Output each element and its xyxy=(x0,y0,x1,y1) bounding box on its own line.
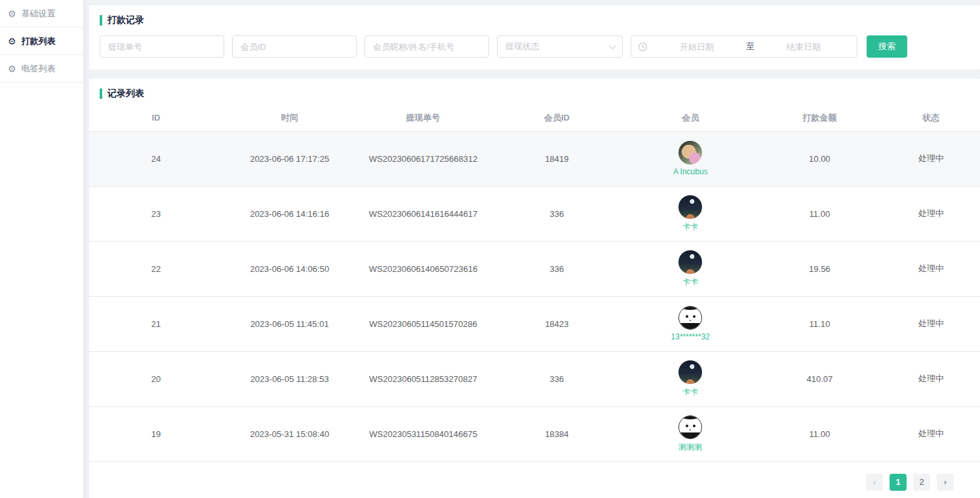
table-row[interactable]: 22 2023-06-06 14:06:50 WS202306061406507… xyxy=(89,241,980,296)
column-header-member: 会员 xyxy=(623,105,757,131)
member-avatar xyxy=(678,360,702,384)
gear-icon: ⚙ xyxy=(8,37,16,46)
cell-amount: 11.00 xyxy=(757,406,882,461)
cell-amount: 19.56 xyxy=(757,241,882,296)
withdraw-status-select[interactable]: 提现状态 xyxy=(497,35,623,58)
prev-page-button[interactable]: ‹ xyxy=(866,474,883,491)
filter-title-text: 打款记录 xyxy=(108,14,144,26)
member-avatar xyxy=(678,415,702,439)
column-header-time: 时间 xyxy=(223,105,357,131)
member-id-input[interactable] xyxy=(232,35,357,58)
status-badge: 处理中 xyxy=(882,406,980,461)
cell-id: 24 xyxy=(89,131,223,186)
cell-id: 21 xyxy=(89,296,223,351)
table-body: 24 2023-06-06 17:17:25 WS202306061717256… xyxy=(89,131,980,461)
section-title-bar xyxy=(100,88,102,99)
cell-member-id: 18384 xyxy=(490,406,624,461)
page-buttons: 12 xyxy=(890,474,930,491)
member-name-link[interactable]: 卡卡 xyxy=(682,387,698,398)
filter-row: 提现状态 至 搜索 xyxy=(100,35,970,58)
search-button[interactable]: 搜索 xyxy=(867,35,907,58)
clock-icon xyxy=(638,42,648,52)
records-title-text: 记录列表 xyxy=(108,88,144,100)
member-name-link[interactable]: 13*******32 xyxy=(671,332,710,341)
cell-member-id: 336 xyxy=(490,241,624,296)
cell-order-no: WS20230606141616444617 xyxy=(357,186,490,241)
cell-time: 2023-06-06 14:16:16 xyxy=(223,186,357,241)
cell-id: 22 xyxy=(89,241,223,296)
table-row[interactable]: 21 2023-06-05 11:45:01 WS202306051145015… xyxy=(89,296,980,351)
date-range-picker[interactable]: 至 xyxy=(631,35,857,58)
table-header: ID 时间 提现单号 会员ID 会员 打款金额 状态 xyxy=(89,105,980,131)
cell-order-no: WS20230606140650723616 xyxy=(357,241,490,296)
sidebar-item-label: 电签列表 xyxy=(22,63,56,75)
sidebar-item-basic-settings[interactable]: ⚙ 基础设置 xyxy=(0,0,83,28)
status-badge: 处理中 xyxy=(882,296,980,351)
end-date-input[interactable] xyxy=(757,42,850,52)
cell-time: 2023-06-06 14:06:50 xyxy=(223,241,357,296)
chevron-down-icon xyxy=(609,42,616,49)
record-list-card: 记录列表 ID 时间 提现单号 会员ID 会员 打款金额 状态 xyxy=(89,79,980,498)
filter-card: 打款记录 提现状态 至 搜索 xyxy=(89,5,980,69)
member-cell: 卡卡 xyxy=(623,241,757,296)
withdraw-order-no-input[interactable] xyxy=(100,35,224,58)
sidebar-item-label: 打款列表 xyxy=(22,35,56,47)
cell-member-id: 18419 xyxy=(490,131,624,186)
table-row[interactable]: 23 2023-06-06 14:16:16 WS202306061416164… xyxy=(89,186,980,241)
status-badge: 处理中 xyxy=(882,351,980,406)
cell-order-no: WS20230606171725668312 xyxy=(357,131,490,186)
date-separator-label: 至 xyxy=(746,41,755,52)
status-badge: 处理中 xyxy=(882,241,980,296)
cell-time: 2023-06-05 11:28:53 xyxy=(223,351,357,406)
member-cell: 卡卡 xyxy=(623,351,757,406)
gear-icon: ⚙ xyxy=(8,9,16,18)
column-header-amount: 打款金额 xyxy=(757,105,882,131)
member-name-link[interactable]: A Incubus xyxy=(673,167,708,176)
cell-id: 20 xyxy=(89,351,223,406)
status-badge: 处理中 xyxy=(882,131,980,186)
member-name-link[interactable]: 卡卡 xyxy=(682,221,698,233)
main-content: 打款记录 提现状态 至 搜索 xyxy=(84,0,980,498)
sidebar-item-esign-list[interactable]: ⚙ 电签列表 xyxy=(0,55,83,83)
page-button-2[interactable]: 2 xyxy=(913,474,930,491)
cell-order-no: WS20230531150840146675 xyxy=(357,406,490,461)
member-cell: 卡卡 xyxy=(623,186,757,241)
member-avatar xyxy=(678,195,702,219)
app-layout: ⚙ 基础设置 ⚙ 打款列表 ⚙ 电签列表 打款记录 提现状态 xyxy=(0,0,980,498)
member-cell: 测测测 xyxy=(623,406,757,461)
cell-member-id: 336 xyxy=(490,351,624,406)
member-avatar xyxy=(678,250,702,274)
column-header-status: 状态 xyxy=(882,105,980,131)
column-header-order-no: 提现单号 xyxy=(357,105,490,131)
cell-member-id: 336 xyxy=(490,186,624,241)
cell-id: 23 xyxy=(89,186,223,241)
cell-amount: 410.07 xyxy=(757,351,882,406)
table-row[interactable]: 19 2023-05-31 15:08:40 WS202305311508401… xyxy=(89,406,980,461)
member-cell: 13*******32 xyxy=(623,296,757,351)
cell-member-id: 18423 xyxy=(490,296,624,351)
cell-time: 2023-05-31 15:08:40 xyxy=(223,406,357,461)
page-button-1[interactable]: 1 xyxy=(890,474,907,491)
cell-time: 2023-06-06 17:17:25 xyxy=(223,131,357,186)
sidebar-item-label: 基础设置 xyxy=(22,8,56,20)
sidebar: ⚙ 基础设置 ⚙ 打款列表 ⚙ 电签列表 xyxy=(0,0,84,498)
records-section-title: 记录列表 xyxy=(89,88,980,100)
sidebar-item-payment-list[interactable]: ⚙ 打款列表 xyxy=(0,28,83,55)
next-page-button[interactable]: › xyxy=(937,474,954,491)
cell-id: 19 xyxy=(89,406,223,461)
member-name-link[interactable]: 测测测 xyxy=(678,442,702,453)
start-date-input[interactable] xyxy=(650,42,743,52)
table-row[interactable]: 24 2023-06-06 17:17:25 WS202306061717256… xyxy=(89,131,980,186)
filter-section-title: 打款记录 xyxy=(100,14,970,26)
member-avatar xyxy=(678,141,702,164)
column-header-member-id: 会员ID xyxy=(490,105,624,131)
cell-order-no: WS20230605114501570286 xyxy=(357,296,490,351)
member-name-link[interactable]: 卡卡 xyxy=(682,277,698,288)
member-cell: A Incubus xyxy=(623,131,757,186)
cell-amount: 10.00 xyxy=(757,131,882,186)
member-info-input[interactable] xyxy=(364,35,489,58)
cell-amount: 11.10 xyxy=(757,296,882,351)
column-header-id: ID xyxy=(89,105,223,131)
pagination: ‹ 12 › xyxy=(89,462,980,498)
table-row[interactable]: 20 2023-06-05 11:28:53 WS202306051128532… xyxy=(89,351,980,406)
